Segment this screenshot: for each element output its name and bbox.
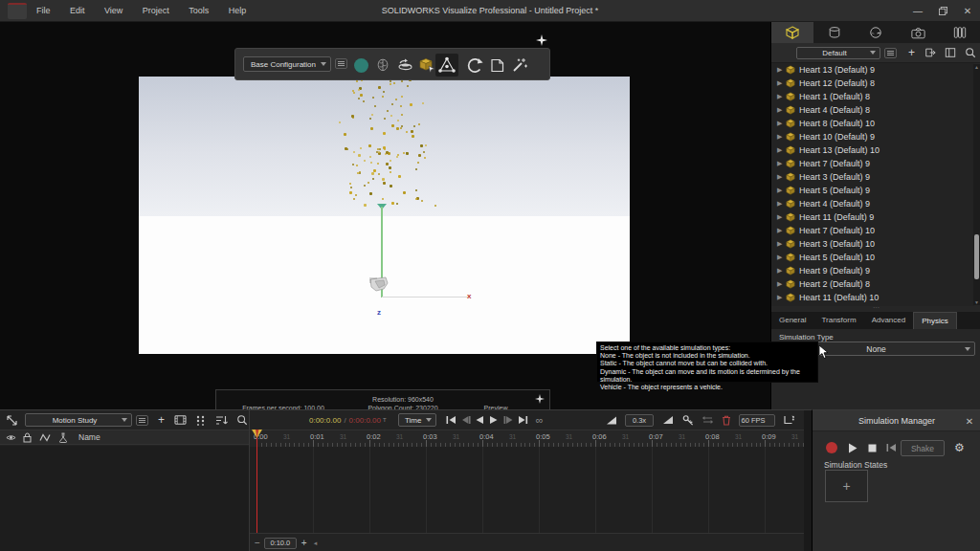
physics-simulation-button-active[interactable] [435,54,458,77]
visibility-eye-icon[interactable] [6,433,16,442]
record-simulation-button[interactable] [826,442,837,453]
turntable-button[interactable] [396,56,413,74]
tree-item[interactable]: ▶Heart 10 (Default) 9 [771,130,974,143]
tab-general[interactable]: General [771,312,813,329]
playback-speed-box[interactable]: 0.3x [625,414,654,427]
expand-arrow-icon[interactable]: ▶ [777,187,786,194]
tab-environments[interactable] [856,22,898,43]
scroll-left-icon[interactable]: ◂ [314,540,318,547]
scroll-down-icon[interactable]: ▼ [973,299,980,305]
time-mode-dropdown[interactable]: Time [398,413,436,427]
model-set-menu-icon[interactable] [884,48,897,58]
expand-arrow-icon[interactable]: ▶ [777,240,786,248]
tree-item[interactable]: ▶Heart 11 (Default) 10 [771,291,974,304]
scroll-up-icon[interactable]: ▲ [973,64,980,70]
tab-physics[interactable]: Physics [913,312,957,329]
flag-marker-icon[interactable] [606,415,617,426]
expand-arrow-icon[interactable]: ▶ [777,173,786,181]
keyframe-grid-button[interactable] [195,414,207,426]
tree-item[interactable]: ▶Heart 2 (Default) 8 [771,277,974,291]
tree-item[interactable]: ▶Heart 3 (Default) 9 [771,170,974,184]
tree-item[interactable]: ▶Heart 4 (Default) 9 [771,197,974,210]
loop-range-icon[interactable] [702,415,714,425]
expand-arrow-icon[interactable]: ▶ [777,227,786,234]
expand-arrow-icon[interactable]: ▶ [777,66,786,74]
interpolation-icon[interactable] [39,433,51,442]
lock-icon[interactable] [23,432,32,443]
expand-arrow-icon[interactable]: ▶ [777,160,786,167]
render-viewport[interactable]: x z [139,77,630,354]
export-button[interactable] [924,47,936,58]
play-button[interactable] [487,413,501,427]
menu-edit[interactable]: Edit [62,0,93,22]
select-pointer-icon[interactable] [6,414,18,427]
render-mode-button[interactable] [352,56,369,74]
go-to-end-button[interactable] [516,413,530,427]
next-frame-button[interactable] [501,413,516,427]
zoom-out-button[interactable]: − [255,538,260,548]
expand-arrow-icon[interactable]: ▶ [777,267,786,275]
loop-playback-icon[interactable]: ∞ [536,414,544,426]
timeline-duration-box[interactable]: 0:10.0 [264,538,297,549]
reset-simulation-button[interactable] [886,443,897,452]
tree-item[interactable]: ▶Heart 5 (Default) 10 [771,251,974,264]
expand-arrow-icon[interactable]: ▶ [777,133,786,141]
add-simulation-state-button[interactable]: + [825,470,868,502]
go-to-start-button[interactable] [444,413,458,427]
motion-study-menu-icon[interactable] [136,415,148,426]
expand-arrow-icon[interactable]: ▶ [777,79,786,87]
tree-item[interactable]: ▶Heart 3 (Default) 10 [771,237,974,251]
add-study-button[interactable]: + [158,415,165,425]
stop-simulation-button[interactable] [868,444,877,452]
model-set-dropdown[interactable]: Default [796,47,880,59]
expand-arrow-icon[interactable]: ▶ [777,213,786,221]
timeline-tracks[interactable] [250,447,805,533]
menu-view[interactable]: View [97,0,130,22]
delete-keys-icon[interactable] [722,415,731,426]
tree-scrollbar[interactable]: ▲ ▼ [973,64,980,305]
denoiser-button[interactable] [374,56,391,74]
tree-item[interactable]: ▶Heart 12 (Default) 8 [771,77,974,90]
toolbar-pin-icon[interactable] [536,34,547,46]
tree-item[interactable]: ▶Heart 13 (Default) 10 [771,143,974,157]
tree-item[interactable]: ▶Heart 9 (Default) 9 [771,264,974,277]
simulation-flask-icon[interactable] [58,432,68,443]
add-model-button[interactable]: + [908,48,915,57]
tab-appearances[interactable] [813,22,856,43]
expand-arrow-icon[interactable]: ▶ [777,106,786,114]
expand-arrow-icon[interactable]: ▶ [777,200,786,208]
model-select-button[interactable] [418,56,435,74]
tree-item[interactable]: ▶Heart 13 (Default) 9 [771,63,974,77]
tab-models[interactable] [771,22,813,43]
render-animation-button[interactable] [174,414,187,426]
sort-button[interactable] [215,415,228,426]
rotate-reset-button[interactable] [466,56,483,74]
menu-project[interactable]: Project [135,0,177,22]
configuration-dropdown[interactable]: Base Configuration [243,56,331,72]
motion-study-dropdown[interactable]: Motion Study [25,413,132,427]
tree-item[interactable]: ▶Heart 4 (Default) 8 [771,103,974,117]
expand-arrow-icon[interactable]: ▶ [777,146,786,154]
magic-wand-button[interactable] [511,56,528,74]
expand-arrow-icon[interactable]: ▶ [777,253,786,261]
menu-file[interactable]: File [29,0,58,22]
menu-help[interactable]: Help [221,0,255,22]
tab-transform[interactable]: Transform [813,312,863,329]
snapshot-button[interactable] [488,56,505,74]
simulation-settings-gear-icon[interactable]: ⚙ [954,441,965,454]
tree-item[interactable]: ▶Heart 8 (Default) 10 [771,117,974,130]
restore-button[interactable] [930,0,955,22]
fps-dropdown[interactable]: 60 FPS [739,414,775,427]
stats-pin-icon[interactable] [535,394,545,404]
timeline-search-button[interactable] [236,414,248,426]
configuration-menu-icon[interactable] [335,58,347,69]
close-panel-button[interactable]: ✕ [962,410,977,431]
close-button[interactable]: ✕ [955,0,980,22]
play-simulation-button[interactable] [848,443,858,453]
tree-item[interactable]: ▶Heart 7 (Default) 10 [771,224,974,237]
split-view-button[interactable] [945,47,956,58]
search-button[interactable] [965,47,976,58]
previous-frame-button[interactable] [458,413,473,427]
tree-item[interactable]: ▶Heart 11 (Default) 9 [771,210,974,224]
expand-arrow-icon[interactable]: ▶ [777,280,786,288]
